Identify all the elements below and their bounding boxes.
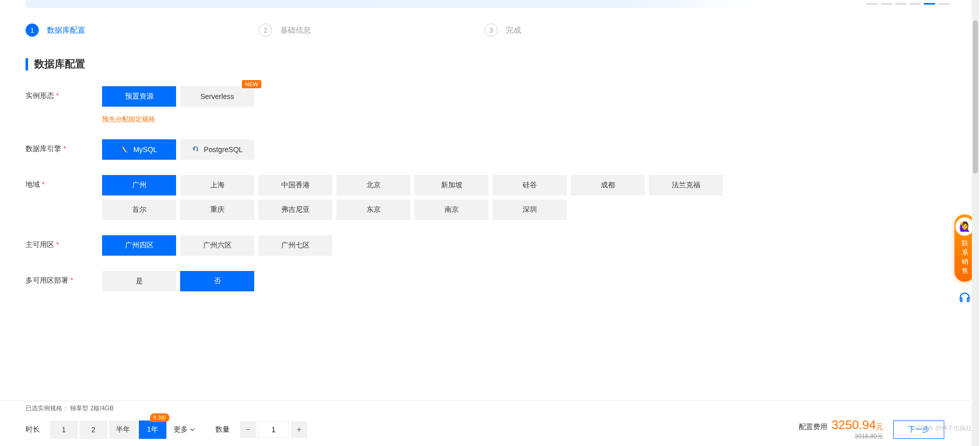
opt-serverless[interactable]: Serverless NEW <box>180 86 254 107</box>
opt-region-b-1[interactable]: 重庆 <box>180 200 254 220</box>
opt-region-4[interactable]: 新加坡 <box>414 175 488 195</box>
section-title-text: 数据库配置 <box>34 57 85 71</box>
label-text: 多可用区部署 <box>26 276 68 284</box>
scrollbar-thumb[interactable] <box>973 20 978 174</box>
opt-region-7[interactable]: 法兰克福 <box>649 175 723 195</box>
step-3[interactable]: 3 完成 <box>484 23 521 37</box>
step-label: 基础信息 <box>280 26 311 35</box>
row-instance-type: 实例形态* 预置资源 Serverless NEW 预先分配固定规格 <box>26 86 761 124</box>
row-db-engine: 数据库引擎* MySQL PostgreSQL <box>26 139 761 160</box>
label-text: 地域 <box>26 180 40 188</box>
opt-multi-0[interactable]: 是 <box>102 271 176 291</box>
instance-type-hint: 预先分配固定规格 <box>102 115 761 124</box>
step-2[interactable]: 2 基础信息 <box>259 23 311 37</box>
opt-region-6[interactable]: 成都 <box>571 175 645 195</box>
opt-region-2[interactable]: 中国香港 <box>258 175 332 195</box>
step-number: 2 <box>259 23 272 37</box>
new-badge: NEW <box>242 80 261 88</box>
step-wizard: 1 数据库配置 2 基础信息 3 完成 <box>0 8 786 47</box>
scrollbar[interactable] <box>972 0 979 368</box>
sales-avatar-icon: 🙋‍♀️ <box>955 217 974 236</box>
dash-1 <box>867 3 878 5</box>
opt-region-b-2[interactable]: 弗吉尼亚 <box>258 200 332 220</box>
banner-pagination <box>867 3 949 5</box>
sales-text: 联 系 销 售 <box>962 239 968 276</box>
dash-6 <box>938 3 949 5</box>
step-label: 完成 <box>506 26 521 35</box>
required-mark: * <box>42 180 44 188</box>
opt-region-0[interactable]: 广州 <box>102 175 176 195</box>
opt-az-0[interactable]: 广州四区 <box>102 235 176 256</box>
label-db-engine: 数据库引擎* <box>26 139 102 154</box>
opt-label: PostgreSQL <box>204 145 242 154</box>
required-mark: * <box>56 91 59 100</box>
step-number: 1 <box>26 23 39 37</box>
opt-region-b-3[interactable]: 东京 <box>336 200 410 220</box>
opt-preset-resource[interactable]: 预置资源 <box>102 86 176 107</box>
opt-az-1[interactable]: 广州六区 <box>180 235 254 256</box>
step-1[interactable]: 1 数据库配置 <box>26 23 85 37</box>
required-mark: * <box>70 276 73 284</box>
step-number: 3 <box>484 23 498 37</box>
label-multi-az: 多可用区部署* <box>26 271 102 285</box>
mysql-icon <box>121 145 129 154</box>
opt-region-b-0[interactable]: 首尔 <box>102 200 176 220</box>
top-banner <box>26 0 761 8</box>
opt-region-3[interactable]: 北京 <box>336 175 410 195</box>
opt-region-b-4[interactable]: 南京 <box>414 200 488 220</box>
opt-label: Serverless <box>200 92 234 101</box>
opt-multi-1[interactable]: 否 <box>180 271 254 291</box>
row-multi-az: 多可用区部署* 是否 <box>26 271 761 291</box>
dash-2 <box>881 3 892 5</box>
row-region: 地域* 广州上海中国香港北京新加坡硅谷成都法兰克福 首尔重庆弗吉尼亚东京南京深圳 <box>26 175 761 220</box>
title-accent-bar <box>26 58 28 70</box>
label-instance-type: 实例形态* <box>26 86 102 101</box>
opt-region-b-5[interactable]: 深圳 <box>493 200 567 220</box>
step-label: 数据库配置 <box>47 26 85 35</box>
label-text: 主可用区 <box>26 240 54 249</box>
row-primary-az: 主可用区* 广州四区广州六区广州七区 <box>26 235 761 256</box>
section-title: 数据库配置 <box>26 57 761 71</box>
opt-postgresql[interactable]: PostgreSQL <box>180 139 254 160</box>
label-text: 实例形态 <box>26 91 54 100</box>
opt-region-5[interactable]: 硅谷 <box>493 175 567 195</box>
postgresql-icon <box>191 145 200 154</box>
dash-4 <box>910 3 921 5</box>
dash-5 <box>924 3 935 5</box>
opt-region-1[interactable]: 上海 <box>180 175 254 195</box>
opt-mysql[interactable]: MySQL <box>102 139 176 160</box>
support-icon[interactable] <box>956 289 973 306</box>
label-primary-az: 主可用区* <box>26 235 102 250</box>
required-mark: * <box>56 240 59 249</box>
label-region: 地域* <box>26 175 102 189</box>
opt-label: MySQL <box>133 145 157 154</box>
label-text: 数据库引擎 <box>26 144 61 153</box>
required-mark: * <box>63 144 66 153</box>
opt-az-2[interactable]: 广州七区 <box>258 235 332 256</box>
dash-3 <box>895 3 906 5</box>
